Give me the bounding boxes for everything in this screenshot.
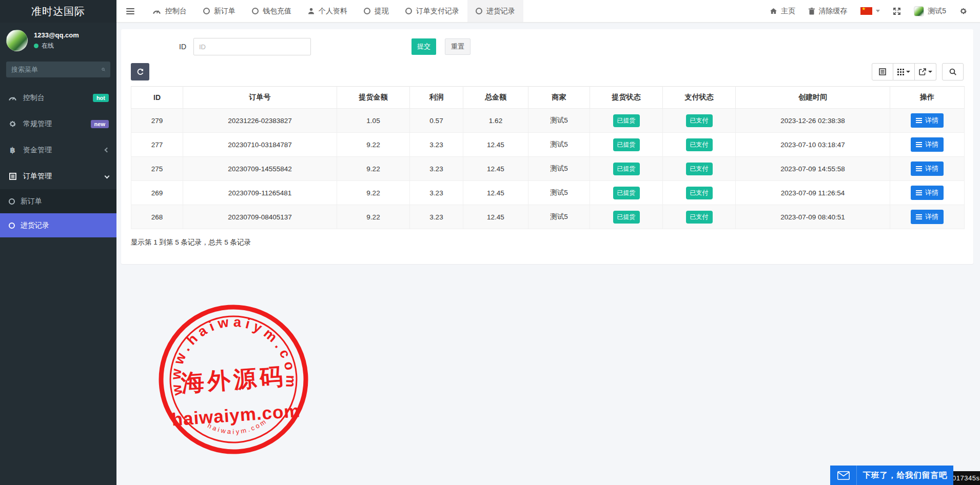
tab-wallet-recharge[interactable]: 钱包充值 xyxy=(244,0,300,22)
tab-order-payment-records[interactable]: 订单支付记录 xyxy=(397,0,467,22)
pickup-status-badge: 已提货 xyxy=(613,187,640,199)
detail-button[interactable]: 详情 xyxy=(911,186,944,200)
fullscreen-button[interactable] xyxy=(887,0,907,23)
gears-icon xyxy=(8,120,17,128)
list-icon xyxy=(916,118,922,123)
sidebar-item-general[interactable]: 常规管理 new xyxy=(0,111,116,137)
leave-message-label: 下班了，给我们留言吧 xyxy=(857,470,953,481)
home-label: 主页 xyxy=(781,7,795,16)
columns-button[interactable] xyxy=(893,63,915,80)
tab-label: 控制台 xyxy=(165,7,187,16)
detail-button[interactable]: 详情 xyxy=(911,137,944,152)
tab-purchase-records[interactable]: 进货记录 xyxy=(467,0,523,22)
sidebar-item-orders[interactable]: 订单管理 xyxy=(0,163,116,189)
pay-status-badge: 已支付 xyxy=(686,187,713,199)
leave-message-bar[interactable]: 下班了，给我们留言吧 xyxy=(830,466,953,485)
tab-dashboard[interactable]: 控制台 xyxy=(144,0,195,22)
cell-total: 12.45 xyxy=(463,133,528,157)
user-status: 在线 xyxy=(42,42,54,50)
search-toggle-button[interactable] xyxy=(942,63,964,80)
cell-id: 279 xyxy=(131,109,183,133)
view-options-group xyxy=(872,63,936,80)
avatar xyxy=(914,6,924,16)
fullscreen-icon xyxy=(893,8,900,15)
user-menu[interactable]: 测试5 xyxy=(907,0,953,23)
cell-merchant: 测试5 xyxy=(528,157,590,181)
tab-label: 新订单 xyxy=(214,7,236,16)
cell-id: 275 xyxy=(131,157,183,181)
list-icon xyxy=(916,214,922,219)
detail-button[interactable]: 详情 xyxy=(911,113,944,128)
dashboard-icon xyxy=(152,8,161,14)
clear-cache-label: 清除缓存 xyxy=(818,7,847,16)
tab-label: 提现 xyxy=(375,7,389,16)
cell-pickup-amount: 9.22 xyxy=(337,133,410,157)
tab-new-order[interactable]: 新订单 xyxy=(195,0,244,22)
table-row: 268 20230709-08405137 9.22 3.23 12.45 测试… xyxy=(131,205,965,229)
pagination-summary: 显示第 1 到第 5 条记录，总共 5 条记录 xyxy=(131,238,964,247)
detail-view-button[interactable] xyxy=(872,63,893,80)
sidebar-subitem-purchase-records[interactable]: 进货记录 xyxy=(0,213,116,237)
records-table: ID 订单号 提货金额 利润 总金额 商家 提货状态 支付状态 创建时间 操作 … xyxy=(131,86,965,229)
reset-button[interactable]: 重置 xyxy=(445,38,471,55)
hamburger-menu-icon[interactable] xyxy=(116,0,144,22)
cell-id: 269 xyxy=(131,181,183,205)
col-pickup-amount: 提货金额 xyxy=(337,87,410,109)
detail-button[interactable]: 详情 xyxy=(911,161,944,176)
settings-button[interactable] xyxy=(953,0,974,23)
tab-withdraw[interactable]: 提现 xyxy=(356,0,397,22)
sidebar-search[interactable] xyxy=(6,62,110,77)
sidebar-subitem-new-order[interactable]: 新订单 xyxy=(0,189,116,213)
cell-merchant: 测试5 xyxy=(528,133,590,157)
caret-down-icon xyxy=(876,10,880,12)
submit-button[interactable]: 提交 xyxy=(411,38,436,55)
bitcoin-icon: ฿ xyxy=(8,146,17,155)
online-dot-icon xyxy=(34,44,38,48)
sidebar-item-dashboard[interactable]: 控制台 hot xyxy=(0,85,116,111)
clear-cache-button[interactable]: 清除缓存 xyxy=(802,0,854,23)
cell-pickup-amount: 9.22 xyxy=(337,205,410,229)
pickup-status-badge: 已提货 xyxy=(613,211,640,224)
username-label: 测试5 xyxy=(928,7,946,16)
sidebar-item-label: 资金管理 xyxy=(23,146,52,155)
cell-created: 2023-07-09 11:26:54 xyxy=(736,181,890,205)
pay-status-badge: 已支付 xyxy=(686,163,713,175)
cell-total: 12.45 xyxy=(463,181,528,205)
envelope-icon xyxy=(830,466,857,485)
cell-order-no: 20230709-14555842 xyxy=(183,157,337,181)
cell-merchant: 测试5 xyxy=(528,109,590,133)
circle-icon xyxy=(476,8,482,14)
export-button[interactable] xyxy=(915,63,936,80)
table-row: 269 20230709-11265481 9.22 3.23 12.45 测试… xyxy=(131,181,965,205)
cell-profit: 0.57 xyxy=(410,109,463,133)
sidebar-item-funds[interactable]: ฿ 资金管理 xyxy=(0,137,116,163)
hot-badge: hot xyxy=(93,94,109,102)
user-email: 1233@qq.com xyxy=(34,31,79,39)
pay-status-badge: 已支付 xyxy=(686,114,713,127)
home-button[interactable]: 主页 xyxy=(763,0,802,23)
cell-order-no: 20230709-11265481 xyxy=(183,181,337,205)
search-icon xyxy=(949,68,956,75)
sidebar-item-label: 常规管理 xyxy=(23,119,52,129)
cell-merchant: 测试5 xyxy=(528,205,590,229)
col-id: ID xyxy=(131,87,183,109)
col-merchant: 商家 xyxy=(528,87,590,109)
filter-form: ID 提交 重置 xyxy=(131,38,964,55)
chevron-down-icon xyxy=(105,174,110,179)
detail-button[interactable]: 详情 xyxy=(911,210,944,224)
circle-icon xyxy=(9,223,15,229)
col-order-no: 订单号 xyxy=(183,87,337,109)
records-card: ID 提交 重置 xyxy=(121,29,973,264)
tab-profile[interactable]: 个人资料 xyxy=(300,0,356,22)
subitem-label: 新订单 xyxy=(21,197,42,206)
user-panel: 1233@qq.com 在线 xyxy=(0,23,116,57)
language-selector[interactable]: ★ xyxy=(854,0,887,23)
id-input[interactable] xyxy=(193,38,311,55)
id-label: ID xyxy=(131,43,193,51)
sidebar-search-input[interactable] xyxy=(11,66,102,73)
col-pay-status: 支付状态 xyxy=(663,87,736,109)
refresh-button[interactable] xyxy=(131,63,149,80)
tab-label: 订单支付记录 xyxy=(416,7,459,16)
detail-view-icon xyxy=(879,68,886,75)
china-flag-icon: ★ xyxy=(860,7,872,15)
